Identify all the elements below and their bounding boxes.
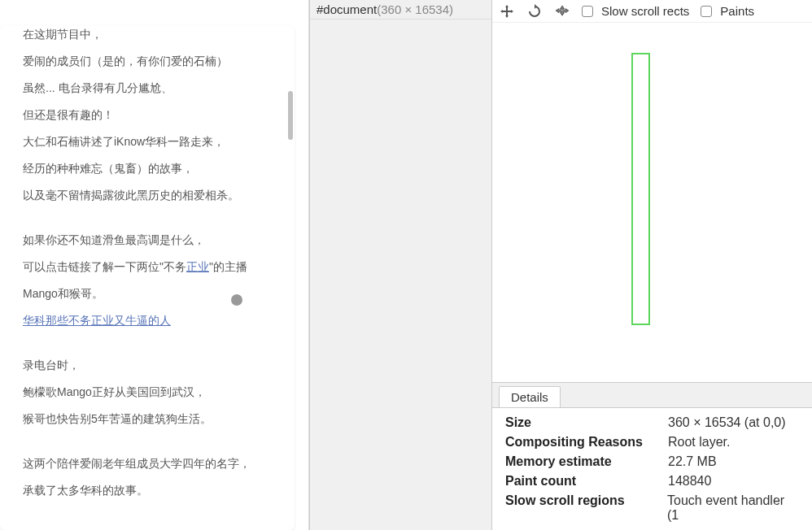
doc-dimensions: (360 × 16534) — [377, 2, 453, 16]
paints-label: Paints — [720, 4, 754, 18]
details-table: Size 360 × 16534 (at 0,0) Compositing Re… — [492, 408, 812, 530]
text-line: 虽然... 电台录得有几分尴尬、 — [23, 80, 272, 97]
text-line: 爱闹的成员们（是的，有你们爱的石楠） — [23, 53, 272, 70]
doc-name: #document — [317, 2, 377, 16]
detail-value: Touch event handler (1 — [667, 493, 799, 523]
detail-label: Compositing Reasons — [505, 435, 668, 450]
detail-row-slowscroll: Slow scroll regions Touch event handler … — [505, 491, 799, 525]
text-line: 以及毫不留情揭露彼此黑历史的相爱相杀。 — [23, 187, 272, 204]
text-line: 承载了太多华科的故事。 — [23, 482, 272, 499]
text-line: 可以点击链接了解一下两位"不务正业"的主播 — [23, 258, 272, 276]
detail-value: Root layer. — [668, 435, 730, 450]
checkbox-icon[interactable] — [582, 6, 593, 17]
dot-indicator — [231, 294, 242, 306]
layers-panel: Slow scroll rects Paints Details Size 36… — [492, 0, 812, 530]
tab-details[interactable]: Details — [499, 386, 561, 407]
slow-scroll-label: Slow scroll rects — [601, 4, 689, 18]
article-content: 在这期节目中， 爱闹的成员们（是的，有你们爱的石楠） 虽然... 电台录得有几分… — [0, 26, 295, 499]
tab-row: Details — [492, 383, 812, 408]
text-line: 大仁和石楠讲述了iKnow华科一路走来， — [23, 133, 272, 150]
scrollbar-thumb[interactable] — [288, 91, 293, 140]
layer-visualization[interactable]: Details Size 360 × 16534 (at 0,0) Compos… — [492, 23, 812, 530]
detail-label: Paint count — [505, 474, 668, 489]
detail-row-compositing: Compositing Reasons Root layer. — [505, 432, 799, 452]
text-line: 但还是很有趣的！ — [23, 106, 272, 124]
inline-link[interactable]: 正业 — [186, 260, 209, 273]
details-section: Details Size 360 × 16534 (at 0,0) Compos… — [492, 382, 812, 530]
text-line: 鲍檬歌Mango正好从美国回到武汉， — [23, 384, 272, 401]
detail-row-memory: Memory estimate 22.7 MB — [505, 452, 799, 471]
detail-row-size: Size 360 × 16534 (at 0,0) — [505, 413, 799, 432]
slow-scroll-checkbox-wrap[interactable]: Slow scroll rects — [582, 4, 689, 18]
text-line: 这两个陪伴爱闹老年组成员大学四年的名字， — [23, 455, 272, 472]
layer-rect[interactable] — [631, 53, 650, 325]
paints-checkbox-wrap[interactable]: Paints — [701, 4, 754, 18]
content-scroll[interactable]: 在这期节目中， 爱闹的成员们（是的，有你们爱的石楠） 虽然... 电台录得有几分… — [0, 26, 295, 530]
document-node[interactable]: #document(360 × 16534) — [310, 0, 491, 20]
reset-icon[interactable] — [554, 3, 570, 20]
text-line: 如果你还不知道滑鱼最高调是什么， — [23, 232, 272, 249]
text-line: 猴哥也快告别5年苦逼的建筑狗生活。 — [23, 411, 272, 428]
text-fragment: "的主播 — [209, 260, 247, 273]
tree-panel: #document(360 × 16534) — [309, 0, 492, 530]
detail-row-paintcount: Paint count 148840 — [505, 471, 799, 491]
rotate-icon[interactable] — [526, 3, 543, 20]
text-line: 在这期节目中， — [23, 26, 272, 43]
layers-toolbar: Slow scroll rects Paints — [492, 0, 812, 23]
detail-value: 148840 — [668, 474, 711, 489]
text-line: 录电台时， — [23, 357, 272, 374]
detail-value: 360 × 16534 (at 0,0) — [668, 415, 786, 430]
detail-label: Slow scroll regions — [505, 493, 667, 523]
article-link[interactable]: 华科那些不务正业又牛逼的人 — [23, 314, 171, 327]
content-panel: 在这期节目中， 爱闹的成员们（是的，有你们爱的石楠） 虽然... 电台录得有几分… — [0, 0, 309, 530]
checkbox-icon[interactable] — [701, 6, 712, 17]
detail-value: 22.7 MB — [668, 454, 717, 469]
text-fragment: 可以点击链接了解一下两位"不务 — [23, 260, 186, 273]
detail-label: Size — [505, 415, 668, 430]
text-line: 经历的种种难忘（鬼畜）的故事， — [23, 160, 272, 177]
pan-icon[interactable] — [499, 3, 515, 20]
detail-label: Memory estimate — [505, 454, 668, 469]
